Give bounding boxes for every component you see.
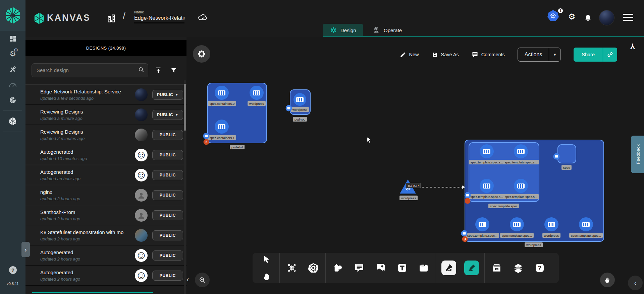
comments-button[interactable]: Comments <box>472 51 505 58</box>
dock-collapse-right-button[interactable]: ‹ <box>628 276 643 290</box>
actions-split-button[interactable]: Actions ▼ <box>518 48 561 62</box>
drawer-tool[interactable] <box>490 261 503 275</box>
comment-tool[interactable] <box>353 261 366 275</box>
freehand-draw-tool[interactable] <box>464 261 479 275</box>
new-design-button[interactable]: New <box>400 52 419 58</box>
organization-icon[interactable] <box>107 13 116 25</box>
container-node[interactable] <box>514 144 528 158</box>
visibility-badge[interactable]: PUBLIC <box>152 250 183 261</box>
visibility-badge[interactable]: PUBLIC <box>152 190 183 200</box>
design-list-item[interactable]: Reviewing Designs updated 2 minutes ago … <box>25 125 186 145</box>
component-tool[interactable] <box>285 261 299 275</box>
select-tool[interactable] <box>260 252 273 266</box>
container-node[interactable] <box>544 217 558 231</box>
pointer-mode-button[interactable] <box>600 273 615 287</box>
sidebar-item-lifecycle[interactable]: ⚙⚙ <box>0 46 25 62</box>
user-avatar[interactable] <box>599 10 614 25</box>
layers-tool[interactable] <box>512 261 525 275</box>
design-list-item[interactable]: nginx updated 2 hours ago PUBLIC <box>25 185 186 205</box>
container-node[interactable] <box>579 217 593 231</box>
error-count-badge[interactable]: 2 <box>204 139 209 145</box>
error-count-badge[interactable]: 3 <box>462 236 468 242</box>
kanvas-snapshot-button[interactable] <box>193 45 210 63</box>
pod-badge-icon[interactable] <box>286 105 292 112</box>
visibility-badge[interactable]: PUBLIC <box>152 170 183 180</box>
sidebar-item-meshery[interactable] <box>0 114 25 129</box>
save-as-button[interactable]: Save As <box>432 52 459 58</box>
design-search-input[interactable] <box>37 67 138 73</box>
kubernetes-tool[interactable] <box>307 261 320 275</box>
sidebar-item-toolkit[interactable] <box>0 62 25 77</box>
notifications-bell-icon[interactable] <box>584 13 592 24</box>
container-node[interactable] <box>514 179 528 193</box>
dock-collapse-left-icon[interactable]: ‹ <box>186 275 189 284</box>
visibility-badge[interactable]: PUBLIC <box>152 271 183 281</box>
text-tool[interactable] <box>395 261 409 275</box>
share-split-button[interactable]: Share <box>574 48 617 62</box>
tab-design[interactable]: Design <box>323 24 363 36</box>
kubernetes-context-button[interactable]: 1 <box>547 10 563 25</box>
visibility-badge[interactable]: PUBLIC ▼ <box>152 110 183 120</box>
sidebar-item-dashboard[interactable] <box>0 31 25 46</box>
actions-caret-icon[interactable]: ▼ <box>549 48 560 61</box>
design-list-item[interactable]: Autogenerated updated an hour ago PUBLIC <box>25 165 186 185</box>
image-tool[interactable] <box>374 261 387 275</box>
container-node[interactable] <box>510 217 524 231</box>
network-edge[interactable] <box>417 187 464 188</box>
visibility-badge[interactable]: PUBLIC ▼ <box>152 90 183 100</box>
note-tool[interactable] <box>417 261 430 275</box>
error-badge[interactable] <box>465 198 471 204</box>
pod-badge-icon[interactable] <box>203 133 210 139</box>
pod-badge-icon[interactable] <box>553 153 560 160</box>
container-node[interactable] <box>215 120 229 134</box>
pod-badge-icon[interactable] <box>461 230 468 237</box>
container-node[interactable] <box>293 93 306 106</box>
feedback-tab[interactable]: Feedback <box>631 136 644 173</box>
group-label: pod-skd <box>230 145 245 149</box>
design-name-input[interactable] <box>134 14 184 23</box>
share-button-label[interactable]: Share <box>574 48 603 62</box>
design-search-box[interactable] <box>32 63 148 77</box>
spec-node[interactable] <box>557 144 576 163</box>
copy-link-icon[interactable] <box>603 48 617 62</box>
design-list-item[interactable]: Autogenerated updated 10 minutes ago PUB… <box>25 145 186 165</box>
meshery-logo-tile[interactable] <box>0 0 25 31</box>
sidebar-expand-button[interactable]: › <box>21 242 30 257</box>
container-node[interactable] <box>215 86 229 100</box>
pen-tool[interactable] <box>441 261 456 275</box>
container-node[interactable] <box>475 217 489 231</box>
filter-designs-button[interactable] <box>168 67 179 74</box>
design-list-item[interactable]: Edge-Network-Relationship: Service updat… <box>25 85 186 105</box>
help-button[interactable]: ? <box>9 266 17 274</box>
visibility-badge[interactable]: PUBLIC <box>152 150 183 160</box>
zoom-button[interactable] <box>195 273 210 287</box>
hamburger-menu-icon[interactable] <box>623 12 633 23</box>
designs-scrollbar[interactable] <box>184 80 186 294</box>
visibility-badge[interactable]: PUBLIC <box>152 210 183 220</box>
help-tool[interactable]: ? <box>533 261 546 275</box>
container-node[interactable] <box>480 179 494 193</box>
import-design-button[interactable] <box>153 67 164 74</box>
container-node[interactable] <box>250 86 264 100</box>
branch-merge-icon[interactable]: Y <box>630 42 635 51</box>
shapes-tool[interactable] <box>331 261 344 275</box>
drawer-icon <box>491 263 502 273</box>
design-canvas[interactable]: New Save As Comments Actions ▼ Share spe… <box>186 37 644 294</box>
tab-operate[interactable]: Operate <box>366 24 409 36</box>
scrollbar-thumb[interactable] <box>184 84 186 131</box>
container-node[interactable] <box>480 144 494 158</box>
pod-badge-icon[interactable] <box>465 192 471 199</box>
design-list-item[interactable]: K8 Statefulset demonstration with mo upd… <box>25 225 186 245</box>
design-list-item[interactable]: Autogenerated updated 2 hours ago PUBLIC <box>25 266 186 286</box>
actions-button-label[interactable]: Actions <box>518 48 549 61</box>
visibility-badge[interactable]: PUBLIC <box>152 130 183 140</box>
settings-gear-icon[interactable]: ⚙ <box>568 13 576 21</box>
sidebar-item-extensions[interactable] <box>0 92 25 108</box>
design-list-item[interactable]: Santhosh-Prom updated 2 hours ago PUBLIC <box>25 205 186 225</box>
pan-tool[interactable] <box>260 270 273 283</box>
design-list-item[interactable]: Reviewing Designs updated a minute ago P… <box>25 105 186 125</box>
template-group-node[interactable] <box>469 142 539 202</box>
visibility-badge[interactable]: PUBLIC <box>152 230 183 240</box>
design-list-item[interactable]: Autogenerated updated 2 hours ago PUBLIC <box>25 245 186 266</box>
sidebar-item-performance[interactable] <box>0 77 25 92</box>
